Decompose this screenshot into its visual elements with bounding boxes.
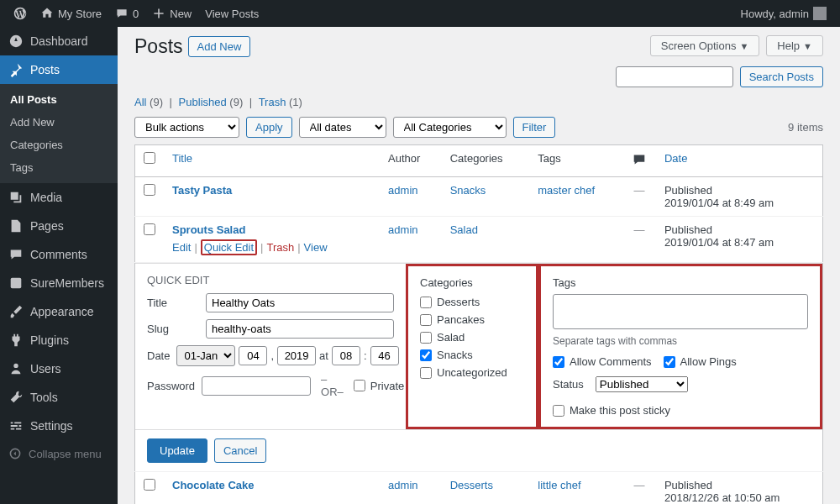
wp-logo-menu[interactable] [7,0,34,27]
bulk-actions-select[interactable]: Bulk actions [134,117,239,138]
comment-count: — [633,479,644,491]
action-quick-edit[interactable]: Quick Edit [204,241,254,254]
menu-settings[interactable]: Settings [0,412,118,440]
row-actions: Edit|Quick Edit|Trash|View [172,239,371,255]
qe-year-input[interactable] [277,346,316,365]
submenu-add-new[interactable]: Add New [0,111,118,134]
filter-button[interactable]: Filter [513,117,556,138]
qe-private-checkbox[interactable] [354,380,365,391]
menu-media[interactable]: Media [0,183,118,212]
qe-category-checkbox[interactable] [420,367,432,379]
quick-edit-heading: QUICK EDIT [147,274,394,286]
add-new-button[interactable]: Add New [188,36,251,57]
qe-category-checkbox[interactable] [420,297,432,308]
category-link[interactable]: Desserts [450,479,493,491]
apply-bulk-button[interactable]: Apply [246,117,292,138]
menu-pages[interactable]: Pages [0,212,118,240]
row-checkbox[interactable] [144,479,155,491]
menu-dashboard[interactable]: Dashboard [0,27,118,55]
action-edit[interactable]: Edit [172,241,191,254]
qe-category-item[interactable]: Snacks [420,349,524,361]
category-link[interactable]: Snacks [450,184,486,197]
date-status: Published [664,184,712,197]
plugin-icon [8,333,24,348]
col-title[interactable]: Title [164,145,380,177]
search-posts-button[interactable]: Search Posts [740,66,823,87]
categories-filter-select[interactable]: All Categories [393,117,507,138]
qe-category-checkbox[interactable] [420,332,432,344]
submenu-categories[interactable]: Categories [0,134,118,156]
author-link[interactable]: admin [388,479,417,491]
qe-tags-label: Tags [553,276,808,289]
qe-title-label: Title [147,297,199,309]
qe-category-item[interactable]: Pancakes [420,313,524,326]
admin-topbar: My Store 0 New View Posts Howdy, admin [0,0,840,27]
screen-options-button[interactable]: Screen Options▼ [650,35,760,56]
row-checkbox[interactable] [144,184,155,196]
qe-or-label: –OR– [321,373,344,398]
category-link[interactable]: Salad [450,223,478,236]
menu-comments[interactable]: Comments [0,240,118,269]
action-trash[interactable]: Trash [266,241,294,254]
menu-plugins[interactable]: Plugins [0,326,118,354]
comment-icon [632,152,647,167]
qe-title-input[interactable] [206,293,394,312]
post-title-link[interactable]: Tasty Pasta [172,184,232,197]
tag-link[interactable]: little chef [538,479,580,491]
qe-category-item[interactable]: Uncategorized [420,366,524,379]
collapse-menu[interactable]: Collapse menu [0,440,118,467]
menu-tools[interactable]: Tools [0,383,118,412]
new-content-menu[interactable]: New [145,0,198,27]
qe-minute-input[interactable] [370,346,399,365]
qe-category-item[interactable]: Salad [420,331,524,344]
qe-month-select[interactable]: 01-Jan [176,345,235,366]
filter-trash[interactable]: Trash [259,96,286,108]
home-icon [40,7,54,20]
submenu-all-posts[interactable]: All Posts [0,88,118,111]
col-author: Author [380,145,442,177]
submenu-tags[interactable]: Tags [0,156,118,179]
comments-menu[interactable]: 0 [108,0,145,27]
qe-password-input[interactable] [202,376,311,396]
select-all-checkbox[interactable] [144,152,155,164]
posts-submenu: All Posts Add New Categories Tags [0,84,118,183]
qe-allow-pings-checkbox[interactable] [664,356,675,368]
qe-hour-input[interactable] [332,346,360,365]
qe-cancel-button[interactable]: Cancel [214,438,266,463]
howdy-account-menu[interactable]: Howdy, admin [734,0,833,27]
qe-update-button[interactable]: Update [147,438,207,463]
help-button[interactable]: Help▼ [766,35,823,56]
qe-category-item[interactable]: Desserts [420,296,524,308]
menu-suremembers[interactable]: SureMembers [0,269,118,297]
col-date[interactable]: Date [656,145,823,177]
page-icon [8,218,24,234]
post-title-link[interactable]: Chocolate Cake [172,479,255,491]
main-content: Posts Add New Screen Options▼ Help▼ Sear… [118,27,840,504]
menu-appearance[interactable]: Appearance [0,297,118,326]
qe-day-input[interactable] [239,346,267,365]
post-title-link[interactable]: Sprouts Salad [172,223,245,236]
filter-published[interactable]: Published [179,96,227,108]
qe-category-checkbox[interactable] [420,349,432,361]
row-checkbox[interactable] [144,223,155,235]
author-link[interactable]: admin [388,223,417,236]
qe-sticky-checkbox[interactable] [553,405,564,417]
filter-all[interactable]: All [134,96,146,108]
tag-link[interactable]: master chef [538,184,595,197]
menu-posts[interactable]: Posts [0,55,118,84]
view-posts-link[interactable]: View Posts [198,0,265,27]
date-status: Published [664,479,712,491]
site-name-menu[interactable]: My Store [34,0,108,27]
menu-users[interactable]: Users [0,354,118,383]
qe-tags-textarea[interactable] [553,294,808,329]
col-comments[interactable] [622,145,656,177]
qe-category-checkbox[interactable] [420,314,432,326]
dates-filter-select[interactable]: All dates [299,117,386,138]
qe-status-select[interactable]: Published [596,376,688,392]
table-row: Sprouts Salad Edit|Quick Edit|Trash|View… [135,217,823,263]
author-link[interactable]: admin [388,184,417,197]
action-view[interactable]: View [304,241,328,254]
qe-slug-input[interactable] [206,319,394,339]
qe-allow-comments-checkbox[interactable] [553,356,564,368]
search-input[interactable] [616,66,733,87]
